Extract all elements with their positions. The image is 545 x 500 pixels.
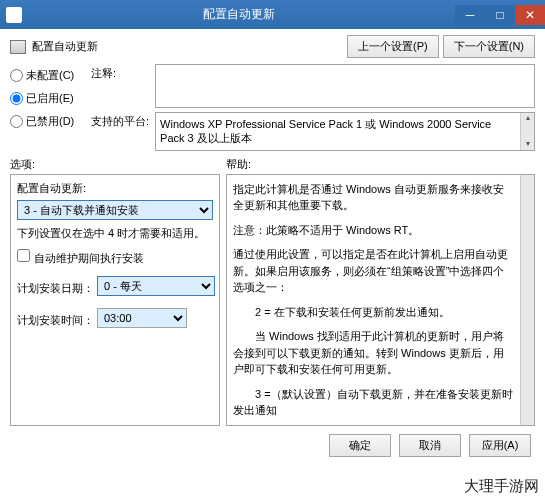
config-area: 未配置(C) 已启用(E) 已禁用(D) 注释: 支持的平台: Windows … xyxy=(0,62,545,151)
platform-box: Windows XP Professional Service Pack 1 或… xyxy=(155,112,535,151)
header-row: 配置自动更新 上一个设置(P) 下一个设置(N) xyxy=(0,29,545,62)
help-pane: 指定此计算机是否通过 Windows 自动更新服务来接收安全更新和其他重要下载。… xyxy=(226,174,535,426)
footer: 确定 取消 应用(A) xyxy=(0,426,545,465)
comment-textarea[interactable] xyxy=(155,64,535,108)
help-text: 指定此计算机是否通过 Windows 自动更新服务来接收安全更新和其他重要下载。… xyxy=(227,175,520,425)
platform-scrollbar[interactable]: ▴▾ xyxy=(520,113,534,150)
ok-button[interactable]: 确定 xyxy=(329,434,391,457)
comment-label: 注释: xyxy=(91,64,149,81)
maximize-button[interactable]: □ xyxy=(485,5,515,25)
policy-icon xyxy=(10,40,26,54)
lower-panes: 配置自动更新: 3 - 自动下载并通知安装 下列设置仅在选中 4 时才需要和适用… xyxy=(0,174,545,426)
help-scrollbar[interactable] xyxy=(520,175,534,425)
minimize-button[interactable]: ─ xyxy=(455,5,485,25)
next-setting-button[interactable]: 下一个设置(N) xyxy=(443,35,535,58)
radio-disabled[interactable]: 已禁用(D) xyxy=(10,114,85,129)
app-icon xyxy=(6,7,22,23)
cancel-button[interactable]: 取消 xyxy=(399,434,461,457)
install-day-label: 计划安装日期： xyxy=(17,281,97,296)
maint-checkbox[interactable]: 自动维护期间执行安装 xyxy=(17,252,144,264)
window-title: 配置自动更新 xyxy=(22,6,455,23)
options-note: 下列设置仅在选中 4 时才需要和适用。 xyxy=(17,226,213,241)
titlebar: 配置自动更新 ─ □ ✕ xyxy=(0,0,545,29)
prev-setting-button[interactable]: 上一个设置(P) xyxy=(347,35,439,58)
page-title: 配置自动更新 xyxy=(32,39,98,54)
close-button[interactable]: ✕ xyxy=(515,5,545,25)
radio-not-configured[interactable]: 未配置(C) xyxy=(10,68,85,83)
options-label: 选项: xyxy=(10,157,226,172)
options-pane: 配置自动更新: 3 - 自动下载并通知安装 下列设置仅在选中 4 时才需要和适用… xyxy=(10,174,220,426)
install-day-select[interactable]: 0 - 每天 xyxy=(97,276,215,296)
help-label: 帮助: xyxy=(226,157,251,172)
radio-enabled[interactable]: 已启用(E) xyxy=(10,91,85,106)
platform-label: 支持的平台: xyxy=(91,112,149,129)
state-radios: 未配置(C) 已启用(E) 已禁用(D) xyxy=(10,64,85,151)
options-header: 配置自动更新: xyxy=(17,181,213,196)
platform-value: Windows XP Professional Service Pack 1 或… xyxy=(160,118,491,144)
install-time-label: 计划安装时间： xyxy=(17,313,97,328)
update-mode-select[interactable]: 3 - 自动下载并通知安装 xyxy=(17,200,213,220)
section-labels: 选项: 帮助: xyxy=(0,151,545,174)
install-time-select[interactable]: 03:00 xyxy=(97,308,187,328)
window-controls: ─ □ ✕ xyxy=(455,5,545,25)
apply-button[interactable]: 应用(A) xyxy=(469,434,531,457)
watermark: 大理手游网 xyxy=(464,477,539,496)
